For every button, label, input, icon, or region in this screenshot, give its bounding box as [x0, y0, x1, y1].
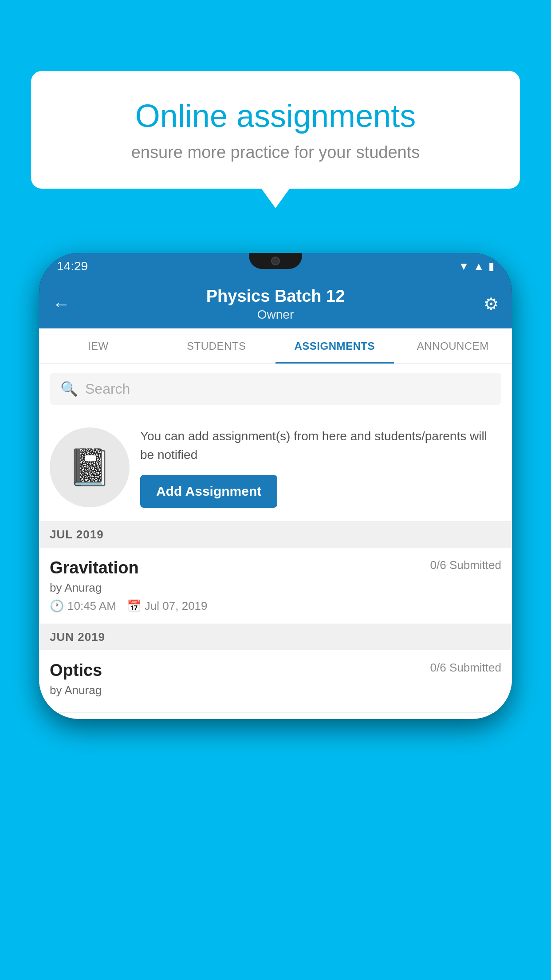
back-button[interactable]: ← [52, 294, 70, 314]
header-center: Physics Batch 12 Owner [206, 287, 345, 322]
phone-device: 14:29 ▼ ▲ ▮ ← Physics Batch 12 Owner ⚙ I… [39, 253, 512, 719]
assignment-by: by Anurag [50, 581, 501, 595]
assignment-submitted-optics: 0/6 Submitted [430, 661, 501, 675]
battery-icon: ▮ [488, 260, 494, 273]
bubble-title: Online assignments [62, 98, 489, 134]
speech-bubble-container: Online assignments ensure more practice … [31, 71, 520, 189]
notebook-icon: 📓 [67, 447, 112, 488]
add-assignment-button[interactable]: Add Assignment [140, 475, 277, 508]
promo-description: You can add assignment(s) from here and … [140, 427, 501, 464]
search-container: 🔍 Search [39, 364, 512, 414]
promo-right: You can add assignment(s) from here and … [140, 427, 501, 508]
promo-icon-circle: 📓 [50, 427, 130, 507]
phone-screen: 14:29 ▼ ▲ ▮ ← Physics Batch 12 Owner ⚙ I… [39, 253, 512, 719]
assignment-top-optics: Optics 0/6 Submitted [50, 661, 501, 680]
app-header: ← Physics Batch 12 Owner ⚙ [39, 280, 512, 328]
status-time: 14:29 [57, 259, 88, 273]
section-jun-2019: JUN 2019 [39, 624, 512, 650]
assignment-meta: 🕐 10:45 AM 📅 Jul 07, 2019 [50, 599, 501, 613]
search-input[interactable]: Search [85, 381, 130, 397]
settings-button[interactable]: ⚙ [484, 294, 499, 314]
search-bar[interactable]: 🔍 Search [50, 373, 501, 405]
phone-wrapper: 14:29 ▼ ▲ ▮ ← Physics Batch 12 Owner ⚙ I… [39, 253, 512, 719]
assignment-name-optics: Optics [50, 661, 102, 680]
app-content: 🔍 Search 📓 You can add assignment(s) fro… [39, 364, 512, 719]
tab-assignments[interactable]: ASSIGNMENTS [276, 328, 394, 364]
role-subtitle: Owner [206, 308, 345, 322]
assignment-name: Gravitation [50, 558, 139, 577]
notch [249, 253, 302, 269]
batch-title: Physics Batch 12 [206, 287, 345, 306]
assignment-by-optics: by Anurag [50, 684, 501, 697]
clock-icon: 🕐 [50, 599, 64, 613]
tab-bar: IEW STUDENTS ASSIGNMENTS ANNOUNCEM [39, 328, 512, 364]
calendar-icon: 📅 [127, 599, 141, 613]
search-icon: 🔍 [60, 380, 78, 397]
promo-section: 📓 You can add assignment(s) from here an… [39, 414, 512, 522]
tab-announcements[interactable]: ANNOUNCEM [394, 328, 512, 364]
tab-overview[interactable]: IEW [39, 328, 157, 364]
front-camera [271, 257, 280, 265]
assignment-gravitation[interactable]: Gravitation 0/6 Submitted by Anurag 🕐 10… [39, 548, 512, 624]
assignment-top: Gravitation 0/6 Submitted [50, 558, 501, 577]
assignment-optics[interactable]: Optics 0/6 Submitted by Anurag [39, 650, 512, 713]
assignment-submitted: 0/6 Submitted [430, 558, 501, 572]
section-jul-2019: JUL 2019 [39, 522, 512, 548]
status-icons: ▼ ▲ ▮ [458, 260, 494, 273]
signal-icon: ▲ [473, 260, 484, 273]
assignment-date-value: Jul 07, 2019 [145, 599, 208, 613]
assignment-date: 📅 Jul 07, 2019 [127, 599, 208, 613]
bubble-subtitle: ensure more practice for your students [62, 143, 489, 162]
speech-bubble: Online assignments ensure more practice … [31, 71, 520, 189]
assignment-time: 🕐 10:45 AM [50, 599, 116, 613]
wifi-icon: ▼ [458, 260, 469, 273]
status-bar: 14:29 ▼ ▲ ▮ [39, 253, 512, 280]
assignment-time-value: 10:45 AM [67, 599, 116, 613]
tab-students[interactable]: STUDENTS [157, 328, 276, 364]
